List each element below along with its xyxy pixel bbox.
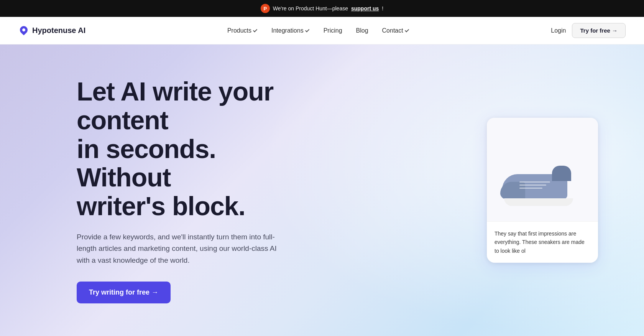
nav-item-blog[interactable]: Blog	[356, 27, 368, 34]
hero-subtitle: Provide a few keywords, and we'll instan…	[77, 231, 291, 266]
nav-actions: Login Try for free →	[551, 23, 626, 38]
card-text-area: They say that first impressions are ever…	[487, 221, 598, 263]
shoe-sole	[504, 198, 573, 206]
logo-icon	[18, 25, 29, 36]
announcement-exclamation: !	[382, 5, 383, 12]
ph-badge-icon: P	[261, 4, 270, 13]
lace-line-3	[519, 187, 542, 188]
logo-text: Hypotenuse AI	[32, 26, 85, 35]
login-link[interactable]: Login	[551, 27, 566, 34]
nav-item-products[interactable]: Products	[227, 27, 258, 34]
nav-item-integrations[interactable]: Integrations	[271, 27, 310, 34]
contact-chevron-icon	[405, 28, 409, 32]
navbar: Hypotenuse AI Products Integrations Pric…	[0, 17, 644, 44]
sneaker-visual	[500, 164, 585, 217]
sneaker-body	[500, 164, 577, 206]
nav-item-pricing[interactable]: Pricing	[324, 27, 342, 34]
nav-item-contact[interactable]: Contact	[382, 27, 409, 34]
nav-links: Products Integrations Pricing Blog Conta…	[227, 27, 409, 34]
cta-button[interactable]: Try writing for free →	[77, 282, 171, 303]
integrations-chevron-icon	[305, 28, 309, 32]
hero-title: Let AI write your content in seconds. Wi…	[77, 77, 314, 221]
announcement-bar: P We're on Product Hunt—please support u…	[0, 0, 644, 17]
card-image-area: light blue canvas casual style lace-up s…	[487, 118, 598, 221]
lace-line-1	[519, 181, 550, 182]
hero-section: Let AI write your content in seconds. Wi…	[0, 44, 644, 336]
logo-link[interactable]: Hypotenuse AI	[18, 25, 85, 36]
hero-content: Let AI write your content in seconds. Wi…	[0, 77, 314, 303]
products-chevron-icon	[253, 28, 257, 32]
announcement-text: We're on Product Hunt—please	[273, 5, 348, 12]
support-us-link[interactable]: support us	[351, 5, 379, 12]
lace-line-2	[519, 184, 546, 185]
product-card-wrapper: light blue canvas casual style lace-up s…	[487, 118, 598, 263]
shoe-collar	[552, 166, 571, 181]
product-card: light blue canvas casual style lace-up s…	[487, 118, 598, 263]
try-free-button[interactable]: Try for free →	[572, 23, 626, 38]
shoe-laces	[519, 179, 554, 191]
card-description: They say that first impressions are ever…	[495, 229, 590, 255]
